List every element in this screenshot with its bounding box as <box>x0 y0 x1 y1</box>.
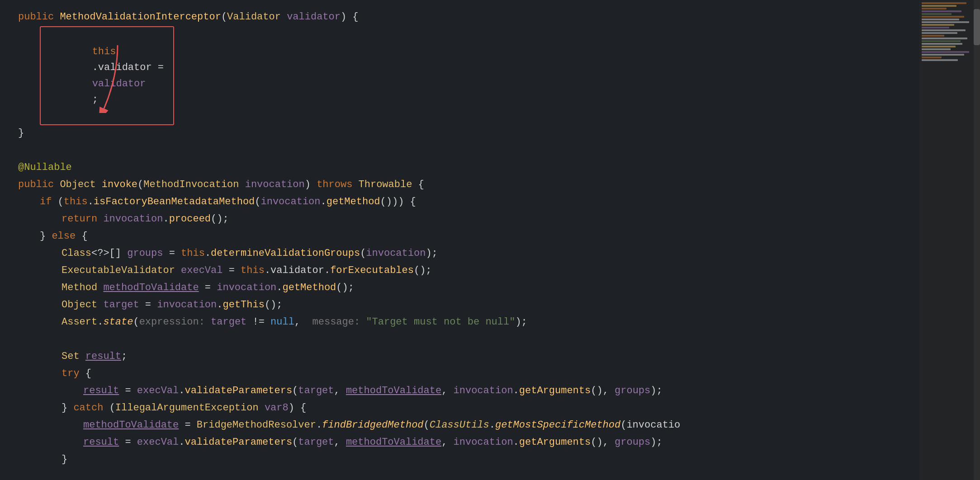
result-semi: ; <box>121 348 127 364</box>
editor-container: public MethodValidationInterceptor ( Val… <box>0 0 980 480</box>
type-set: Set <box>62 348 80 364</box>
space3 <box>239 177 245 193</box>
invocation-getmethod: ( <box>255 194 260 210</box>
method-state: state <box>103 314 133 330</box>
getargs2-parens: (), <box>591 434 615 450</box>
method-name: MethodValidationInterceptor <box>60 9 221 25</box>
var-invocation7: invocation <box>454 434 513 450</box>
code-area[interactable]: public MethodValidationInterceptor ( Val… <box>0 0 919 480</box>
minimap-line <box>922 2 966 4</box>
determine-end: ); <box>426 245 437 261</box>
var-invocation6: invocation <box>454 383 513 399</box>
brace-open2: { <box>412 177 424 193</box>
var-validator: validator <box>92 78 146 89</box>
space-result <box>80 348 85 364</box>
minimap-line <box>922 35 944 37</box>
code-line-validateparams: result = execVal . validateParameters ( … <box>83 383 919 400</box>
space-execval <box>175 263 181 278</box>
hint-expression: expression: <box>139 314 211 330</box>
determine-args: ( <box>360 245 366 261</box>
code-line-empty1 <box>18 142 919 160</box>
dot-proceed: . <box>163 211 169 227</box>
getthis-end: (); <box>265 297 283 313</box>
dot-isfactory: . <box>88 194 94 210</box>
paren-open: ( <box>221 9 227 25</box>
var-methodtovalidate4: methodToValidate <box>346 434 441 450</box>
minimap-line <box>922 5 956 7</box>
keyword-return: return <box>62 211 103 227</box>
minimap-line <box>922 54 964 56</box>
code-line-target: Object target = invocation . getThis (); <box>62 297 919 314</box>
type-throwable: Throwable <box>359 177 412 193</box>
var-methodtovalidate: methodToValidate <box>103 280 199 296</box>
code-line-else: } else { <box>40 228 919 245</box>
not-null: != <box>246 314 270 330</box>
string-target-must: "Target must not be null" <box>366 314 515 330</box>
method-getarguments: getArguments <box>519 383 591 399</box>
method-proceed: proceed <box>169 211 211 227</box>
minimap-line <box>922 27 949 28</box>
scrollbar[interactable] <box>974 0 980 480</box>
space-method <box>97 280 103 296</box>
getargs-parens: (), <box>591 383 615 399</box>
validate-args: ( <box>292 383 298 399</box>
type-method: Method <box>62 280 97 296</box>
var-result3: result <box>83 434 119 450</box>
method-getthis: getThis <box>223 297 264 313</box>
var-result: result <box>85 348 121 364</box>
method-getarguments2: getArguments <box>519 434 591 450</box>
state-end: ); <box>515 314 527 330</box>
dot-validate2: . <box>179 434 185 450</box>
semicolon: ; <box>92 94 98 105</box>
minimap-line <box>922 48 951 50</box>
dot-determine: . <box>205 245 211 261</box>
eq6: = <box>179 417 197 433</box>
comma-space: , <box>294 314 312 330</box>
type-methodinvocation: MethodInvocation <box>143 177 239 193</box>
param-invocation2: invocation <box>261 194 321 210</box>
keyword-public2: public <box>18 177 60 193</box>
keyword-throws: throws <box>317 177 352 193</box>
getmost-args: (invocatio <box>620 417 680 433</box>
paren-close-brace: ) { <box>341 9 359 25</box>
eq3: = <box>199 280 217 296</box>
eq2: = <box>223 263 241 278</box>
getmethod-parens: ())) { <box>380 194 416 210</box>
code-line-empty2 <box>18 331 919 348</box>
method-invoke: invoke <box>102 177 137 193</box>
getmethod2-end: (); <box>336 280 354 296</box>
method-determine: determineValidationGroups <box>211 245 360 261</box>
var-var8: var8 <box>265 400 289 416</box>
dot-getargs: . <box>513 383 519 399</box>
space4 <box>352 177 358 193</box>
minimap-line <box>922 40 961 42</box>
dot-getthis: . <box>217 297 223 313</box>
boxed-assignment: this .validator = validator ; <box>40 26 174 125</box>
var-invocation: invocation <box>103 211 163 227</box>
method-getmostspecific: getMostSpecificMethod <box>495 417 620 433</box>
var-execval2: execVal <box>137 383 179 399</box>
comma1: , <box>334 383 346 399</box>
var-invocation4: invocation <box>217 280 276 296</box>
method-validateparams: validateParameters <box>185 383 292 399</box>
catch-end: ) { <box>289 400 307 416</box>
eq7: = <box>119 434 137 450</box>
minimap-line <box>922 8 947 9</box>
dot-findbridged: . <box>316 417 322 433</box>
try-brace: { <box>80 366 91 381</box>
dot-getmethod: . <box>321 194 327 210</box>
validate-end: ); <box>650 383 662 399</box>
dot-validate: . <box>179 383 185 399</box>
close-catch: } <box>62 452 67 467</box>
code-line-validateparams2: result = execVal . validateParameters ( … <box>83 434 919 452</box>
var-target2: target <box>211 314 246 330</box>
type-object2: Object <box>62 297 97 313</box>
comma3: , <box>334 434 346 450</box>
keyword-if: if <box>40 194 58 210</box>
type-classutils: ClassUtils <box>430 417 489 433</box>
minimap <box>919 0 974 480</box>
var-methodtovalidate3: methodToValidate <box>83 417 179 433</box>
scrollbar-thumb[interactable] <box>974 9 980 45</box>
code-line-catch: } catch ( IllegalArgumentException var8 … <box>62 400 919 417</box>
code-line-bridge: methodToValidate = BridgeMethodResolver … <box>83 417 919 434</box>
